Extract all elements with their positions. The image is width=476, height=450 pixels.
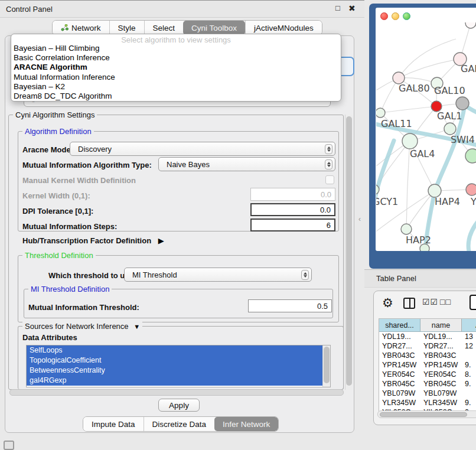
algorithm-option-bayesian-k2[interactable]: Bayesian – K2 [11,82,341,92]
tab-infer-network[interactable]: Infer Network [214,417,278,431]
column-header-shared-[interactable]: shared... [379,319,420,332]
minimize-window-icon[interactable] [392,12,399,20]
mi-threshold-definition-title: MI Threshold Definition [28,285,112,294]
network-node-right-green[interactable] [465,149,476,163]
network-node-top[interactable] [465,22,476,28]
algorithm-popup-list: Bayesian – Hill ClimbingBasic Correlatio… [11,44,341,101]
network-node-swi4[interactable] [444,123,456,135]
table-row[interactable]: YBR045CYBR045C9. [379,379,476,389]
collapsed-arrow-icon[interactable]: ▶ [158,236,164,245]
table-cell: YER054C [420,370,462,379]
algorithm-option-basic-correlation-inference[interactable]: Basic Correlation Inference [11,53,341,63]
attribute-item-gal4rgexp[interactable]: gal4RGexp [27,376,322,386]
algorithm-dropdown-popup: Select algorithm to view settings Bayesi… [11,34,341,102]
export-table-icon[interactable] [470,295,476,310]
attribute-item-betweennesscentrality[interactable]: BetweennessCentrality [27,366,322,376]
node-label-swi4: SWI4 [451,134,475,145]
stepper-icon [325,159,332,169]
table-cell: YDR27... [420,342,462,350]
network-edge-highlighted[interactable] [468,217,476,251]
tab-network[interactable]: Network [53,21,109,35]
table-row[interactable]: YLR345WYLR345W9. [379,398,476,407]
settings-vertical-scrollbar[interactable] [345,115,353,390]
tab-impute-data[interactable]: Impute Data [83,417,144,431]
threshold-definition-title: Threshold Definition [22,251,96,260]
apply-button[interactable]: Apply [158,399,200,412]
table-cell: YDL19... [420,332,462,341]
network-edge[interactable] [380,106,436,113]
table-horizontal-scrollbar[interactable] [377,410,476,418]
minimized-panel-icon[interactable] [4,441,14,450]
node-label-gcy1: GCY1 [376,196,398,207]
attributes-scrollbar-thumb[interactable] [324,347,330,383]
which-threshold-label: Which threshold to use: [48,271,136,280]
dpi-tolerance-field[interactable]: 0.0 [250,203,335,216]
select-all-checkboxes-icon[interactable]: ☑☑ [422,297,438,306]
tab-style[interactable]: Style [109,21,144,35]
attribute-item-topologicalcoefficient[interactable]: TopologicalCoefficient [27,356,322,366]
table-toolbar: ⚙ ☑☑ □□ [374,296,476,315]
tab-cyni-toolbox[interactable]: Cyni Toolbox [183,21,245,35]
algorithm-option-aracne-algorithm[interactable]: ARACNE Algorithm [11,63,341,72]
network-node-gal11[interactable] [376,108,385,118]
node-label-y: Y [470,196,476,207]
network-window-body: GAL80GAL10GAL1GAL11SWI4GAL4GCY1HAP4HAP2G… [376,8,476,251]
which-threshold-select[interactable]: MI Threshold [124,268,312,282]
close-window-icon[interactable] [380,12,388,20]
table-row[interactable]: YER054CYER054C8. [379,370,476,379]
tab-jactivemnodules[interactable]: jActiveMNodules [245,21,322,35]
network-node-hap4[interactable] [428,184,441,197]
table-cell: YBR043C [420,351,462,360]
table-cell: YLR345W [379,399,420,407]
mi-threshold-field[interactable]: 0.5 [248,299,332,312]
column-header-name[interactable]: name [420,319,462,332]
data-attributes-list: SelfLoopsTopologicalCoefficientBetweenne… [27,345,330,386]
tab-discretize-data[interactable]: Discretize Data [144,417,215,431]
table-row[interactable]: YDR27...YDR27...12 [379,341,476,351]
close-panel-icon[interactable]: ✖ [348,4,356,13]
columns-icon[interactable] [403,298,415,309]
hub-definition-label: Hub/Transcription Factor Definition [22,236,151,245]
node-label-hap4: HAP4 [435,196,460,207]
mi-steps-field[interactable]: 6 [250,219,335,231]
algorithm-option-bayesian-hill-climbing[interactable]: Bayesian – Hill Climbing [11,44,341,53]
table-row[interactable]: YPR145WYPR145W9. [379,360,476,370]
table-row[interactable]: YDL19...YDL19...13 [379,332,476,341]
table-panel-title: Table Panel [364,274,416,283]
panel-resize-handle[interactable]: ‹ [358,215,361,223]
tab-select[interactable]: Select [144,21,184,35]
data-attributes-listbox[interactable]: SelfLoopsTopologicalCoefficientBetweenne… [26,345,331,387]
mi-type-select[interactable]: Naive Bayes [158,157,335,171]
expanded-arrow-icon[interactable]: ▼ [133,323,140,330]
sources-toggle[interactable]: Sources for Network Inference ▼ [22,322,142,331]
network-node-gal80[interactable] [393,72,405,84]
column-header-a[interactable]: A [462,319,476,332]
network-node-gal4[interactable] [402,133,418,149]
network-node-pink-right[interactable] [466,184,476,195]
settings-scrollbar-thumb[interactable] [346,116,352,386]
network-view-window[interactable]: GAL80GAL10GAL1GAL11SWI4GAL4GCY1HAP4HAP2G… [369,4,476,269]
settings-horizontal-scrollbar[interactable] [9,389,344,396]
aracne-mode-select[interactable]: Discovery [70,142,335,156]
table-scrollbar-thumb[interactable] [380,412,467,417]
table-body: YDL19...YDL19...13YDR27...YDR27...12YBR0… [379,332,476,413]
network-node-gray[interactable] [456,97,469,110]
algorithm-option-mutual-information-inference[interactable]: Mutual Information Inference [11,73,341,82]
table-cell: YPR145W [420,361,462,369]
gear-icon[interactable]: ⚙ [382,296,393,310]
algorithm-option-dream8-dc-tdc-algorithm[interactable]: Dream8 DC_TDC Algorithm [11,92,341,101]
network-node-hap2[interactable] [401,224,412,234]
network-canvas[interactable]: GAL80GAL10GAL1GAL11SWI4GAL4GCY1HAP4HAP2G… [376,22,476,251]
manual-kernel-checkbox[interactable] [325,175,334,184]
float-panel-icon[interactable]: □ [335,4,340,12]
table-row[interactable]: YBL079WYBL079W [379,389,476,398]
hub-definition-toggle[interactable]: Hub/Transcription Factor Definition ▶ [22,236,164,245]
deselect-all-checkboxes-icon[interactable]: □□ [440,297,451,306]
zoom-window-icon[interactable] [403,12,410,20]
aracne-mode-value: Discovery [78,145,112,154]
tab-label: Select [153,24,175,32]
table-row[interactable]: YBR043CYBR043C [379,351,476,360]
attribute-item-selfloops[interactable]: SelfLoops [27,345,322,356]
attributes-scrollbar[interactable] [322,345,330,387]
mi-type-label: Mutual Information Algorithm Type: [22,161,152,169]
